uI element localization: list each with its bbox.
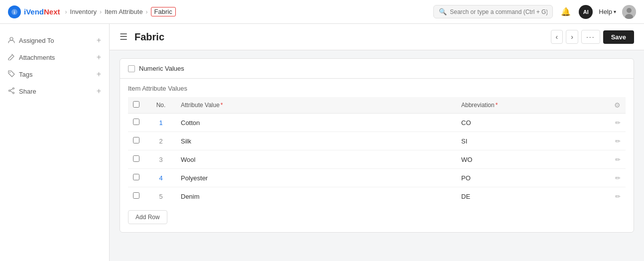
sidebar-attachments-label: Attachments — [19, 54, 55, 61]
svg-text:i: i — [14, 10, 15, 15]
ai-badge[interactable]: AI — [579, 5, 593, 19]
tags-icon — [8, 70, 15, 79]
row-attribute-value-2: Silk — [176, 132, 456, 150]
row-checkbox-3[interactable] — [133, 155, 139, 162]
sidebar-item-attachments[interactable]: Attachments + — [0, 49, 109, 66]
content-area: Numeric Values Item Attribute Values No. — [110, 50, 644, 241]
row-abbreviation-5: DE — [456, 187, 606, 206]
form-card: Numeric Values Item Attribute Values No. — [120, 58, 634, 233]
edit-icon-5[interactable]: ✏ — [615, 193, 621, 200]
svg-point-9 — [9, 90, 10, 91]
row-abbreviation-4: PO — [456, 169, 606, 187]
save-button[interactable]: Save — [603, 30, 634, 44]
svg-point-6 — [9, 72, 10, 73]
row-edit-4[interactable]: ✏ — [606, 169, 626, 187]
sidebar-item-share[interactable]: Share + — [0, 83, 109, 100]
row-checkbox-1[interactable] — [133, 119, 139, 125]
sidebar-tags-label: Tags — [19, 71, 32, 78]
svg-point-8 — [13, 92, 14, 94]
header-settings[interactable]: ⚙ — [606, 97, 626, 114]
search-box[interactable]: 🔍 — [433, 5, 553, 18]
row-edit-5[interactable]: ✏ — [606, 187, 626, 206]
row-abbreviation-3: WO — [456, 150, 606, 169]
row-checkbox-cell[interactable] — [128, 132, 146, 150]
search-icon: 🔍 — [439, 8, 447, 15]
row-number-1: 1 — [146, 114, 176, 132]
numeric-values-label: Numeric Values — [139, 65, 184, 72]
toolbar-right: ‹ › ··· Save — [551, 30, 634, 44]
help-button[interactable]: Help ▾ — [599, 8, 616, 15]
share-icon — [8, 87, 15, 96]
add-share-icon[interactable]: + — [97, 87, 101, 96]
breadcrumb-item-attribute[interactable]: Item Attribute — [105, 8, 143, 15]
row-number-2: 2 — [146, 132, 176, 150]
notification-button[interactable]: 🔔 — [559, 5, 573, 18]
row-checkbox-cell[interactable] — [128, 114, 146, 132]
edit-icon-4[interactable]: ✏ — [615, 174, 621, 182]
breadcrumb-sep-1: › — [65, 8, 67, 15]
user-avatar[interactable] — [622, 5, 636, 19]
table-section: Item Attribute Values No. Attribute Valu… — [120, 79, 634, 232]
page-title: Fabric — [134, 31, 546, 43]
topbar-right: 🔍 🔔 AI Help ▾ — [433, 5, 636, 19]
row-checkbox-5[interactable] — [133, 192, 139, 199]
row-checkbox-cell[interactable] — [128, 169, 146, 187]
header-abbreviation: Abbreviation* — [456, 97, 606, 114]
attachments-icon — [8, 53, 15, 62]
chevron-down-icon: ▾ — [614, 9, 616, 14]
row-attribute-value-5: Denim — [176, 187, 456, 206]
add-row-button[interactable]: Add Row — [128, 210, 167, 224]
breadcrumb-inventory[interactable]: Inventory — [70, 8, 97, 15]
sidebar: Assigned To + Attachments + — [0, 24, 110, 261]
table-section-title: Item Attribute Values — [128, 85, 626, 92]
select-all-checkbox[interactable] — [133, 101, 139, 108]
table-row: 5 Denim DE ✏ — [128, 187, 626, 206]
header-select-all[interactable] — [128, 97, 146, 114]
add-tag-icon[interactable]: + — [97, 70, 101, 79]
header-no: No. — [146, 97, 176, 114]
row-checkbox-cell[interactable] — [128, 187, 146, 206]
more-options-button[interactable]: ··· — [581, 30, 600, 44]
row-attribute-value-3: Wool — [176, 150, 456, 169]
search-input[interactable] — [450, 8, 547, 15]
next-button[interactable]: › — [566, 30, 578, 44]
hamburger-icon[interactable]: ☰ — [120, 31, 128, 42]
row-abbreviation-1: CO — [456, 114, 606, 132]
sidebar-item-tags[interactable]: Tags + — [0, 66, 109, 83]
app-logo[interactable]: i iVendNext — [8, 5, 60, 18]
edit-icon-1[interactable]: ✏ — [615, 119, 621, 127]
svg-point-5 — [10, 37, 13, 40]
prev-button[interactable]: ‹ — [551, 30, 563, 44]
sidebar-item-assigned-to[interactable]: Assigned To + — [0, 32, 109, 49]
row-attribute-value-4: Polyester — [176, 169, 456, 187]
row-checkbox-4[interactable] — [133, 174, 139, 180]
edit-icon-3[interactable]: ✏ — [615, 156, 621, 163]
row-checkbox-2[interactable] — [133, 137, 139, 143]
attribute-values-table: No. Attribute Value* Abbreviation* ⚙ — [128, 97, 626, 205]
add-assigned-to-icon[interactable]: + — [97, 36, 101, 45]
header-attribute-value: Attribute Value* — [176, 97, 456, 114]
add-attachment-icon[interactable]: + — [97, 53, 101, 62]
attribute-value-required: * — [221, 102, 223, 109]
numeric-values-row: Numeric Values — [120, 59, 634, 79]
breadcrumb-fabric[interactable]: Fabric — [151, 7, 176, 16]
svg-line-11 — [10, 91, 12, 92]
edit-icon-2[interactable]: ✏ — [615, 137, 621, 145]
row-number-4: 4 — [146, 169, 176, 187]
sidebar-share-label: Share — [19, 88, 36, 95]
breadcrumb-sep-3: › — [146, 8, 148, 15]
numeric-values-checkbox[interactable] — [128, 65, 135, 72]
table-row: 2 Silk SI ✏ — [128, 132, 626, 150]
row-edit-3[interactable]: ✏ — [606, 150, 626, 169]
sidebar-assigned-to-label: Assigned To — [19, 37, 54, 44]
main-content: ☰ Fabric ‹ › ··· Save Numeric Values Ite… — [110, 24, 644, 261]
row-checkbox-cell[interactable] — [128, 150, 146, 169]
row-number-3: 3 — [146, 150, 176, 169]
row-abbreviation-2: SI — [456, 132, 606, 150]
gear-icon[interactable]: ⚙ — [614, 101, 621, 109]
row-number-5: 5 — [146, 187, 176, 206]
row-edit-1[interactable]: ✏ — [606, 114, 626, 132]
row-edit-2[interactable]: ✏ — [606, 132, 626, 150]
svg-line-10 — [10, 89, 12, 90]
app-name: iVendNext — [24, 7, 60, 16]
